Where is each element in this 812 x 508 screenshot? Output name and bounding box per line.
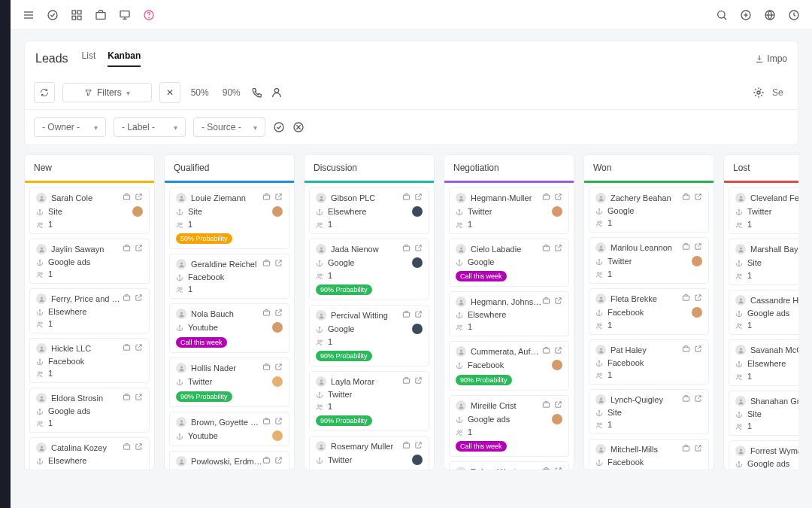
- briefcase-icon[interactable]: [402, 441, 411, 452]
- lead-card[interactable]: Sarah ColeSite1: [29, 187, 150, 234]
- external-link-icon[interactable]: [694, 444, 702, 455]
- apply-filter-icon[interactable]: [273, 121, 285, 133]
- briefcase-icon[interactable]: [262, 259, 271, 269]
- lead-card[interactable]: Eldora StrosinGoogle ads1: [29, 388, 150, 433]
- settings-icon[interactable]: [753, 87, 765, 99]
- search-input[interactable]: [772, 87, 789, 98]
- external-link-icon[interactable]: [274, 456, 283, 467]
- external-link-icon[interactable]: [554, 400, 562, 411]
- clear-filter-button[interactable]: ✕: [159, 82, 180, 103]
- external-link-icon[interactable]: [274, 193, 283, 203]
- filters-button[interactable]: Filters ▾: [62, 83, 152, 102]
- briefcase-icon[interactable]: [542, 193, 550, 203]
- lead-card[interactable]: Lynch-QuigleySite1: [589, 389, 709, 434]
- external-link-icon[interactable]: [274, 363, 283, 373]
- briefcase-icon[interactable]: [402, 310, 411, 321]
- import-button[interactable]: Impo: [755, 53, 787, 64]
- briefcase-icon[interactable]: [123, 443, 131, 453]
- column-body[interactable]: Sarah ColeSite1Jaylin SawaynGoogle ads1F…: [25, 183, 154, 470]
- check-circle-icon[interactable]: [47, 9, 59, 21]
- briefcase-icon[interactable]: [542, 244, 550, 254]
- lead-card[interactable]: Ferry, Price and CarterElsewhere1: [29, 288, 150, 333]
- lead-card[interactable]: Pat HaleyFacebook1: [589, 339, 709, 385]
- lead-card[interactable]: Forrest WymanGoogle ads1: [729, 440, 798, 470]
- reset-filter-icon[interactable]: [292, 121, 304, 133]
- lead-card[interactable]: Marilou LeannonTwitter1: [589, 237, 709, 284]
- briefcase-icon[interactable]: [542, 346, 550, 357]
- external-link-icon[interactable]: [414, 376, 423, 387]
- lead-card[interactable]: Savanah McGlynnElsewhere1: [729, 339, 798, 386]
- lead-card[interactable]: Marshall BayerSite1: [729, 239, 798, 285]
- lead-card[interactable]: Hollis NaderTwitter90% Probability: [169, 357, 289, 407]
- help-icon[interactable]: [143, 9, 155, 21]
- monitor-icon[interactable]: [119, 9, 131, 21]
- clock-icon[interactable]: [788, 9, 800, 21]
- lead-card[interactable]: Nola BauchYoutubeCall this week: [169, 303, 289, 353]
- tab-kanban[interactable]: Kanban: [108, 50, 141, 67]
- lead-card[interactable]: Layla MorarTwitter190% Probability: [309, 371, 429, 431]
- external-link-icon[interactable]: [274, 417, 283, 427]
- external-link-icon[interactable]: [135, 343, 143, 354]
- lead-card[interactable]: Ruben WestYoutubeCall this week: [449, 461, 569, 470]
- external-link-icon[interactable]: [135, 443, 143, 453]
- briefcase-icon[interactable]: [682, 294, 690, 304]
- lead-card[interactable]: Shanahan GroupSite1: [729, 391, 798, 436]
- external-link-icon[interactable]: [554, 244, 562, 254]
- external-link-icon[interactable]: [274, 309, 283, 319]
- external-link-icon[interactable]: [694, 193, 702, 203]
- filter-50-percent[interactable]: 50%: [188, 86, 212, 99]
- person-icon[interactable]: [271, 87, 283, 99]
- lead-card[interactable]: Jaylin SawaynGoogle ads1: [29, 239, 150, 284]
- external-link-icon[interactable]: [554, 467, 562, 470]
- briefcase-icon[interactable]: [123, 294, 131, 304]
- lead-card[interactable]: Hickle LLCFacebook1: [29, 338, 150, 383]
- phone-icon[interactable]: [251, 87, 263, 99]
- external-link-icon[interactable]: [135, 244, 143, 254]
- column-body[interactable]: Hegmann-MullerTwitter1Cielo LabadieGoogl…: [444, 183, 574, 470]
- briefcase-icon[interactable]: [262, 417, 271, 427]
- external-link-icon[interactable]: [694, 242, 702, 253]
- briefcase-icon[interactable]: [542, 400, 550, 411]
- briefcase-icon[interactable]: [262, 456, 271, 467]
- lead-card[interactable]: Mitchell-MillsFacebook1: [589, 439, 709, 470]
- lead-card[interactable]: Hegmann-MullerTwitter1: [449, 187, 569, 234]
- external-link-icon[interactable]: [135, 294, 143, 304]
- column-body[interactable]: Zachery BeahanGoogle1Marilou LeannonTwit…: [584, 183, 714, 470]
- label-select[interactable]: - Label -▾: [114, 117, 186, 137]
- external-link-icon[interactable]: [414, 441, 423, 452]
- external-link-icon[interactable]: [414, 193, 423, 203]
- external-link-icon[interactable]: [135, 393, 143, 403]
- briefcase-icon[interactable]: [682, 345, 690, 355]
- lead-card[interactable]: Zachery BeahanGoogle1: [589, 187, 709, 233]
- briefcase-icon[interactable]: [402, 244, 411, 254]
- search-icon[interactable]: [716, 9, 728, 21]
- external-link-icon[interactable]: [694, 294, 702, 304]
- briefcase-icon[interactable]: [123, 244, 131, 254]
- briefcase-icon[interactable]: [262, 193, 271, 203]
- column-body[interactable]: Cleveland FeilTwitter1Marshall BayerSite…: [724, 183, 798, 470]
- lead-card[interactable]: Gibson PLCElsewhere1: [309, 187, 429, 234]
- briefcase-icon[interactable]: [95, 9, 107, 21]
- grid-icon[interactable]: [71, 9, 83, 21]
- briefcase-icon[interactable]: [542, 297, 550, 307]
- briefcase-icon[interactable]: [682, 193, 690, 203]
- external-link-icon[interactable]: [414, 310, 423, 321]
- external-link-icon[interactable]: [554, 193, 562, 203]
- lead-card[interactable]: Percival WittingGoogle190% Probability: [309, 305, 429, 367]
- lead-card[interactable]: Jada NienowGoogle190% Probability: [309, 239, 429, 300]
- column-body[interactable]: Louie ZiemannSite150% ProbabilityGeraldi…: [165, 183, 294, 470]
- external-link-icon[interactable]: [414, 244, 423, 254]
- lead-card[interactable]: Cielo LabadieGoogleCall this week: [449, 239, 569, 287]
- plus-circle-icon[interactable]: [740, 9, 752, 21]
- briefcase-icon[interactable]: [262, 363, 271, 373]
- refresh-button[interactable]: [34, 82, 55, 103]
- lead-card[interactable]: Cassandre HermanGoogle ads1: [729, 290, 798, 335]
- lead-card[interactable]: Cleveland FeilTwitter1: [729, 187, 798, 234]
- column-body[interactable]: Gibson PLCElsewhere1Jada NienowGoogle190…: [304, 183, 434, 470]
- external-link-icon[interactable]: [554, 297, 562, 307]
- filter-90-percent[interactable]: 90%: [220, 86, 244, 99]
- external-link-icon[interactable]: [274, 259, 283, 269]
- briefcase-icon[interactable]: [123, 193, 131, 203]
- external-link-icon[interactable]: [554, 346, 562, 357]
- lead-card[interactable]: Fleta BrekkeFacebook1: [589, 288, 709, 335]
